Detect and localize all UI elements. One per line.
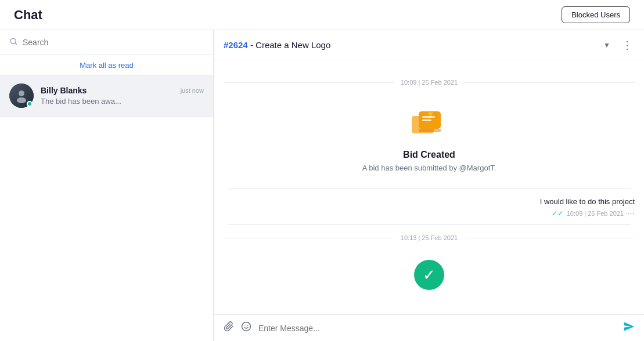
separator-line-left <box>224 82 394 83</box>
chat-header: #2624 - Create a New Logo ▼ ⋮ <box>214 30 644 60</box>
mark-all-read-link[interactable]: Mark all as read <box>80 61 133 70</box>
separator-line-right-2 <box>465 238 635 238</box>
bid-created-title: Bid Created <box>403 150 455 160</box>
avatar-wrap <box>9 84 34 108</box>
chat-item-info: Billy Blanks just now The bid has been a… <box>41 86 204 106</box>
chat-time: just now <box>181 87 204 94</box>
mark-all-read-bar: Mark all as read <box>0 55 213 75</box>
emoji-icon[interactable] <box>241 321 251 335</box>
message-more-icon[interactable]: ⋯ <box>627 209 635 217</box>
attach-icon[interactable] <box>224 321 234 335</box>
blocked-users-button[interactable]: Blocked Users <box>562 6 630 23</box>
online-indicator <box>27 101 33 107</box>
chat-title-text: - Create a New Logo <box>248 40 331 50</box>
search-bar <box>0 30 213 55</box>
svg-rect-6 <box>422 116 435 118</box>
more-options-icon[interactable]: ⋮ <box>620 37 635 54</box>
search-icon <box>9 37 18 48</box>
ticket-link[interactable]: #2624 <box>224 40 248 50</box>
message-meta: ✓✓ 10:09 | 25 Feb 2021 ⋯ <box>540 209 635 217</box>
check-card: ✓ <box>214 251 644 299</box>
bid-icon <box>411 109 448 142</box>
message-timestamp: 10:09 | 25 Feb 2021 <box>567 210 624 217</box>
date-separator-1: 10:09 | 25 Feb 2021 <box>214 74 644 90</box>
bid-created-card: Bid Created A bid has been submitted by … <box>214 95 644 184</box>
page-title: Chat <box>14 8 42 23</box>
app-header: Chat Blocked Users <box>0 0 644 30</box>
chat-header-title: #2624 - Create a New Logo <box>224 40 594 50</box>
sidebar: Mark all as read Billy Blan <box>0 30 214 341</box>
svg-point-9 <box>242 322 251 331</box>
divider-1 <box>228 188 630 189</box>
date-label-1: 10:09 | 25 Feb 2021 <box>394 79 465 86</box>
main-layout: Mark all as read Billy Blan <box>0 30 644 341</box>
search-input[interactable] <box>23 38 204 47</box>
read-check-icon: ✓✓ <box>552 209 563 217</box>
separator-line-left-2 <box>224 238 394 238</box>
separator-line-right <box>465 82 635 83</box>
conversation-item[interactable]: Billy Blanks just now The bid has been a… <box>0 75 213 117</box>
chat-panel: #2624 - Create a New Logo ▼ ⋮ 10:09 | 25… <box>214 30 644 341</box>
divider-2 <box>228 224 630 225</box>
checkmark-icon: ✓ <box>423 266 436 284</box>
message-bubble-right: I would like to do this project ✓✓ 10:09… <box>540 196 635 217</box>
svg-point-3 <box>17 97 26 103</box>
chat-preview: The bid has been awa... <box>41 97 204 106</box>
send-icon[interactable] <box>623 321 635 335</box>
chat-item-header: Billy Blanks just now <box>41 86 204 95</box>
check-circle: ✓ <box>414 260 444 290</box>
svg-rect-7 <box>422 119 431 121</box>
date-label-2: 10:13 | 25 Feb 2021 <box>394 234 465 241</box>
message-text: I would like to do this project <box>540 197 635 206</box>
message-input-area <box>214 314 644 341</box>
svg-point-2 <box>19 90 24 96</box>
svg-line-1 <box>15 43 17 45</box>
bid-created-desc: A bid has been submitted by @MargotT. <box>362 164 497 172</box>
chat-contact-name: Billy Blanks <box>41 86 87 95</box>
date-separator-2: 10:13 | 25 Feb 2021 <box>214 230 644 246</box>
message-input[interactable] <box>258 324 616 333</box>
outgoing-message-row: I would like to do this project ✓✓ 10:09… <box>214 194 644 220</box>
messages-area[interactable]: 10:09 | 25 Feb 2021 <box>214 60 644 314</box>
dropdown-arrow-icon[interactable]: ▼ <box>599 39 615 52</box>
